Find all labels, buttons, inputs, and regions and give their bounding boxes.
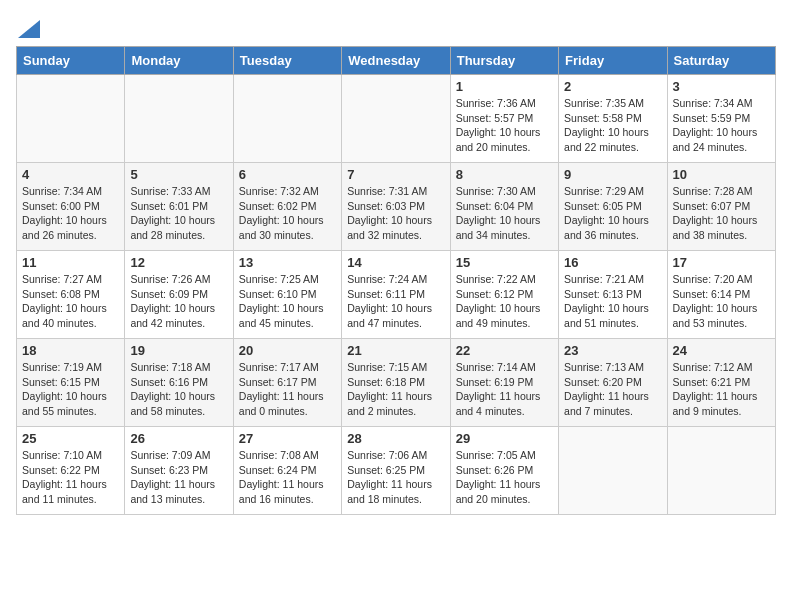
day-info: Sunrise: 7:15 AM Sunset: 6:18 PM Dayligh…	[347, 360, 444, 419]
calendar-cell: 19Sunrise: 7:18 AM Sunset: 6:16 PM Dayli…	[125, 339, 233, 427]
week-row-4: 25Sunrise: 7:10 AM Sunset: 6:22 PM Dayli…	[17, 427, 776, 515]
day-number: 21	[347, 343, 444, 358]
week-row-2: 11Sunrise: 7:27 AM Sunset: 6:08 PM Dayli…	[17, 251, 776, 339]
day-number: 8	[456, 167, 553, 182]
day-number: 20	[239, 343, 336, 358]
calendar-cell: 25Sunrise: 7:10 AM Sunset: 6:22 PM Dayli…	[17, 427, 125, 515]
calendar-cell: 17Sunrise: 7:20 AM Sunset: 6:14 PM Dayli…	[667, 251, 775, 339]
calendar-cell: 1Sunrise: 7:36 AM Sunset: 5:57 PM Daylig…	[450, 75, 558, 163]
calendar-cell	[233, 75, 341, 163]
calendar-cell: 18Sunrise: 7:19 AM Sunset: 6:15 PM Dayli…	[17, 339, 125, 427]
calendar-cell: 13Sunrise: 7:25 AM Sunset: 6:10 PM Dayli…	[233, 251, 341, 339]
day-number: 17	[673, 255, 770, 270]
header-friday: Friday	[559, 47, 667, 75]
day-number: 15	[456, 255, 553, 270]
day-number: 23	[564, 343, 661, 358]
week-row-1: 4Sunrise: 7:34 AM Sunset: 6:00 PM Daylig…	[17, 163, 776, 251]
page-header	[16, 16, 776, 38]
day-number: 4	[22, 167, 119, 182]
day-number: 3	[673, 79, 770, 94]
day-number: 6	[239, 167, 336, 182]
day-info: Sunrise: 7:34 AM Sunset: 6:00 PM Dayligh…	[22, 184, 119, 243]
day-number: 2	[564, 79, 661, 94]
calendar-cell: 23Sunrise: 7:13 AM Sunset: 6:20 PM Dayli…	[559, 339, 667, 427]
day-info: Sunrise: 7:18 AM Sunset: 6:16 PM Dayligh…	[130, 360, 227, 419]
calendar-cell: 26Sunrise: 7:09 AM Sunset: 6:23 PM Dayli…	[125, 427, 233, 515]
calendar-cell: 4Sunrise: 7:34 AM Sunset: 6:00 PM Daylig…	[17, 163, 125, 251]
week-row-0: 1Sunrise: 7:36 AM Sunset: 5:57 PM Daylig…	[17, 75, 776, 163]
day-info: Sunrise: 7:32 AM Sunset: 6:02 PM Dayligh…	[239, 184, 336, 243]
day-number: 26	[130, 431, 227, 446]
calendar-cell	[125, 75, 233, 163]
day-number: 25	[22, 431, 119, 446]
calendar-cell: 21Sunrise: 7:15 AM Sunset: 6:18 PM Dayli…	[342, 339, 450, 427]
day-info: Sunrise: 7:08 AM Sunset: 6:24 PM Dayligh…	[239, 448, 336, 507]
header-sunday: Sunday	[17, 47, 125, 75]
calendar-cell	[342, 75, 450, 163]
calendar-cell: 16Sunrise: 7:21 AM Sunset: 6:13 PM Dayli…	[559, 251, 667, 339]
day-number: 11	[22, 255, 119, 270]
day-number: 22	[456, 343, 553, 358]
day-number: 18	[22, 343, 119, 358]
calendar-cell: 9Sunrise: 7:29 AM Sunset: 6:05 PM Daylig…	[559, 163, 667, 251]
calendar-cell: 28Sunrise: 7:06 AM Sunset: 6:25 PM Dayli…	[342, 427, 450, 515]
day-info: Sunrise: 7:25 AM Sunset: 6:10 PM Dayligh…	[239, 272, 336, 331]
day-number: 29	[456, 431, 553, 446]
logo-bird-icon	[18, 20, 40, 38]
day-info: Sunrise: 7:30 AM Sunset: 6:04 PM Dayligh…	[456, 184, 553, 243]
day-number: 12	[130, 255, 227, 270]
calendar-cell	[667, 427, 775, 515]
day-info: Sunrise: 7:34 AM Sunset: 5:59 PM Dayligh…	[673, 96, 770, 155]
day-info: Sunrise: 7:33 AM Sunset: 6:01 PM Dayligh…	[130, 184, 227, 243]
day-info: Sunrise: 7:10 AM Sunset: 6:22 PM Dayligh…	[22, 448, 119, 507]
day-info: Sunrise: 7:27 AM Sunset: 6:08 PM Dayligh…	[22, 272, 119, 331]
calendar-cell: 10Sunrise: 7:28 AM Sunset: 6:07 PM Dayli…	[667, 163, 775, 251]
day-info: Sunrise: 7:05 AM Sunset: 6:26 PM Dayligh…	[456, 448, 553, 507]
day-info: Sunrise: 7:28 AM Sunset: 6:07 PM Dayligh…	[673, 184, 770, 243]
week-row-3: 18Sunrise: 7:19 AM Sunset: 6:15 PM Dayli…	[17, 339, 776, 427]
day-info: Sunrise: 7:12 AM Sunset: 6:21 PM Dayligh…	[673, 360, 770, 419]
header-monday: Monday	[125, 47, 233, 75]
day-info: Sunrise: 7:29 AM Sunset: 6:05 PM Dayligh…	[564, 184, 661, 243]
svg-marker-0	[18, 20, 40, 38]
day-number: 10	[673, 167, 770, 182]
calendar-table: SundayMondayTuesdayWednesdayThursdayFrid…	[16, 46, 776, 515]
day-number: 9	[564, 167, 661, 182]
day-number: 24	[673, 343, 770, 358]
day-info: Sunrise: 7:13 AM Sunset: 6:20 PM Dayligh…	[564, 360, 661, 419]
header-saturday: Saturday	[667, 47, 775, 75]
day-number: 27	[239, 431, 336, 446]
day-number: 28	[347, 431, 444, 446]
day-info: Sunrise: 7:14 AM Sunset: 6:19 PM Dayligh…	[456, 360, 553, 419]
calendar-cell: 11Sunrise: 7:27 AM Sunset: 6:08 PM Dayli…	[17, 251, 125, 339]
day-info: Sunrise: 7:26 AM Sunset: 6:09 PM Dayligh…	[130, 272, 227, 331]
day-info: Sunrise: 7:31 AM Sunset: 6:03 PM Dayligh…	[347, 184, 444, 243]
calendar-cell: 6Sunrise: 7:32 AM Sunset: 6:02 PM Daylig…	[233, 163, 341, 251]
day-number: 5	[130, 167, 227, 182]
calendar-cell: 2Sunrise: 7:35 AM Sunset: 5:58 PM Daylig…	[559, 75, 667, 163]
header-thursday: Thursday	[450, 47, 558, 75]
calendar-cell	[559, 427, 667, 515]
header-wednesday: Wednesday	[342, 47, 450, 75]
day-info: Sunrise: 7:22 AM Sunset: 6:12 PM Dayligh…	[456, 272, 553, 331]
day-info: Sunrise: 7:06 AM Sunset: 6:25 PM Dayligh…	[347, 448, 444, 507]
calendar-cell: 27Sunrise: 7:08 AM Sunset: 6:24 PM Dayli…	[233, 427, 341, 515]
calendar-cell: 22Sunrise: 7:14 AM Sunset: 6:19 PM Dayli…	[450, 339, 558, 427]
day-info: Sunrise: 7:17 AM Sunset: 6:17 PM Dayligh…	[239, 360, 336, 419]
day-info: Sunrise: 7:19 AM Sunset: 6:15 PM Dayligh…	[22, 360, 119, 419]
day-info: Sunrise: 7:36 AM Sunset: 5:57 PM Dayligh…	[456, 96, 553, 155]
logo	[16, 16, 40, 38]
day-info: Sunrise: 7:21 AM Sunset: 6:13 PM Dayligh…	[564, 272, 661, 331]
calendar-cell: 14Sunrise: 7:24 AM Sunset: 6:11 PM Dayli…	[342, 251, 450, 339]
day-number: 1	[456, 79, 553, 94]
calendar-cell: 24Sunrise: 7:12 AM Sunset: 6:21 PM Dayli…	[667, 339, 775, 427]
calendar-cell: 15Sunrise: 7:22 AM Sunset: 6:12 PM Dayli…	[450, 251, 558, 339]
calendar-cell: 5Sunrise: 7:33 AM Sunset: 6:01 PM Daylig…	[125, 163, 233, 251]
day-number: 16	[564, 255, 661, 270]
calendar-cell: 7Sunrise: 7:31 AM Sunset: 6:03 PM Daylig…	[342, 163, 450, 251]
day-info: Sunrise: 7:20 AM Sunset: 6:14 PM Dayligh…	[673, 272, 770, 331]
calendar-cell: 20Sunrise: 7:17 AM Sunset: 6:17 PM Dayli…	[233, 339, 341, 427]
calendar-cell: 8Sunrise: 7:30 AM Sunset: 6:04 PM Daylig…	[450, 163, 558, 251]
day-number: 13	[239, 255, 336, 270]
day-info: Sunrise: 7:35 AM Sunset: 5:58 PM Dayligh…	[564, 96, 661, 155]
